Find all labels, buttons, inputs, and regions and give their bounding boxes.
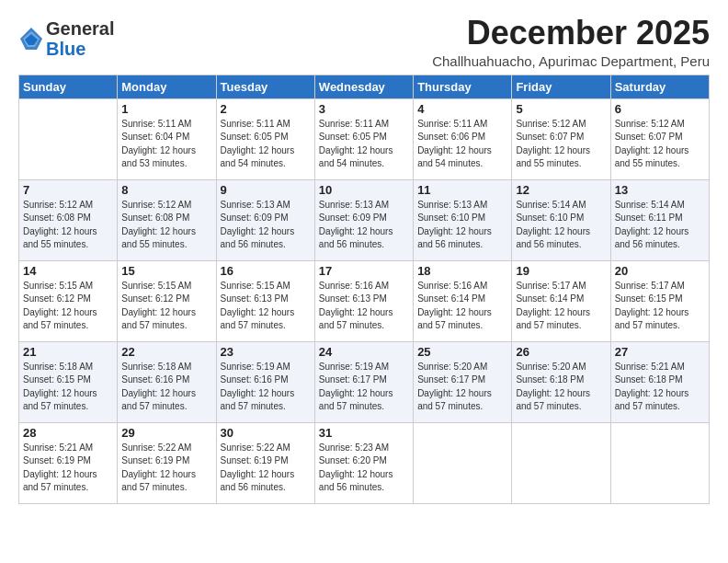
day-number: 5 (516, 102, 606, 116)
calendar-cell: 10Sunrise: 5:13 AM Sunset: 6:09 PM Dayli… (314, 179, 413, 260)
calendar-cell (512, 422, 610, 503)
day-info: Sunrise: 5:13 AM Sunset: 6:09 PM Dayligh… (319, 199, 409, 252)
weekday-header: Tuesday (216, 75, 314, 98)
day-info: Sunrise: 5:23 AM Sunset: 6:20 PM Dayligh… (319, 442, 409, 495)
day-number: 15 (121, 264, 211, 278)
day-number: 20 (615, 264, 705, 278)
calendar-cell: 11Sunrise: 5:13 AM Sunset: 6:10 PM Dayli… (414, 179, 512, 260)
day-number: 30 (221, 426, 311, 440)
day-number: 27 (615, 345, 705, 359)
day-info: Sunrise: 5:18 AM Sunset: 6:16 PM Dayligh… (121, 361, 211, 414)
calendar-cell: 28Sunrise: 5:21 AM Sunset: 6:19 PM Dayli… (19, 422, 118, 503)
day-info: Sunrise: 5:11 AM Sunset: 6:05 PM Dayligh… (319, 118, 409, 171)
day-number: 18 (417, 264, 507, 278)
calendar-week-row: 1Sunrise: 5:11 AM Sunset: 6:04 PM Daylig… (19, 98, 710, 179)
day-number: 4 (417, 102, 507, 116)
day-number: 1 (121, 102, 211, 116)
day-number: 13 (615, 183, 705, 197)
calendar-cell: 17Sunrise: 5:16 AM Sunset: 6:13 PM Dayli… (314, 260, 413, 341)
day-info: Sunrise: 5:14 AM Sunset: 6:10 PM Dayligh… (516, 199, 606, 252)
calendar-cell: 18Sunrise: 5:16 AM Sunset: 6:14 PM Dayli… (414, 260, 512, 341)
calendar-cell: 5Sunrise: 5:12 AM Sunset: 6:07 PM Daylig… (512, 98, 610, 179)
day-info: Sunrise: 5:19 AM Sunset: 6:16 PM Dayligh… (221, 361, 311, 414)
calendar-cell: 7Sunrise: 5:12 AM Sunset: 6:08 PM Daylig… (19, 179, 118, 260)
calendar-cell (414, 422, 512, 503)
calendar-cell: 15Sunrise: 5:15 AM Sunset: 6:12 PM Dayli… (118, 260, 216, 341)
day-number: 31 (319, 426, 409, 440)
day-number: 7 (23, 183, 113, 197)
day-number: 23 (221, 345, 311, 359)
day-info: Sunrise: 5:16 AM Sunset: 6:13 PM Dayligh… (319, 280, 409, 333)
calendar: SundayMondayTuesdayWednesdayThursdayFrid… (18, 75, 710, 504)
day-info: Sunrise: 5:21 AM Sunset: 6:18 PM Dayligh… (615, 361, 705, 414)
day-number: 8 (121, 183, 211, 197)
day-info: Sunrise: 5:11 AM Sunset: 6:04 PM Dayligh… (121, 118, 211, 171)
calendar-cell: 30Sunrise: 5:22 AM Sunset: 6:19 PM Dayli… (216, 422, 314, 503)
calendar-cell: 22Sunrise: 5:18 AM Sunset: 6:16 PM Dayli… (118, 341, 216, 422)
day-number: 16 (221, 264, 311, 278)
calendar-cell: 14Sunrise: 5:15 AM Sunset: 6:12 PM Dayli… (19, 260, 118, 341)
day-number: 14 (23, 264, 113, 278)
day-info: Sunrise: 5:12 AM Sunset: 6:07 PM Dayligh… (516, 118, 606, 171)
calendar-cell: 1Sunrise: 5:11 AM Sunset: 6:04 PM Daylig… (118, 98, 216, 179)
day-number: 28 (23, 426, 113, 440)
day-number: 9 (221, 183, 311, 197)
day-number: 12 (516, 183, 606, 197)
day-info: Sunrise: 5:11 AM Sunset: 6:05 PM Dayligh… (221, 118, 311, 171)
calendar-cell: 25Sunrise: 5:20 AM Sunset: 6:17 PM Dayli… (414, 341, 512, 422)
day-info: Sunrise: 5:17 AM Sunset: 6:15 PM Dayligh… (615, 280, 705, 333)
calendar-cell: 3Sunrise: 5:11 AM Sunset: 6:05 PM Daylig… (314, 98, 413, 179)
calendar-cell: 2Sunrise: 5:11 AM Sunset: 6:05 PM Daylig… (216, 98, 314, 179)
calendar-cell: 20Sunrise: 5:17 AM Sunset: 6:15 PM Dayli… (610, 260, 709, 341)
calendar-week-row: 7Sunrise: 5:12 AM Sunset: 6:08 PM Daylig… (19, 179, 710, 260)
day-info: Sunrise: 5:12 AM Sunset: 6:07 PM Dayligh… (615, 118, 705, 171)
day-number: 26 (516, 345, 606, 359)
calendar-cell: 31Sunrise: 5:23 AM Sunset: 6:20 PM Dayli… (314, 422, 413, 503)
calendar-week-row: 21Sunrise: 5:18 AM Sunset: 6:15 PM Dayli… (19, 341, 710, 422)
calendar-header-row: SundayMondayTuesdayWednesdayThursdayFrid… (19, 75, 710, 98)
day-info: Sunrise: 5:12 AM Sunset: 6:08 PM Dayligh… (121, 199, 211, 252)
day-number: 29 (121, 426, 211, 440)
day-info: Sunrise: 5:20 AM Sunset: 6:17 PM Dayligh… (417, 361, 507, 414)
day-info: Sunrise: 5:19 AM Sunset: 6:17 PM Dayligh… (319, 361, 409, 414)
calendar-cell: 24Sunrise: 5:19 AM Sunset: 6:17 PM Dayli… (314, 341, 413, 422)
weekday-header: Wednesday (314, 75, 413, 98)
day-info: Sunrise: 5:11 AM Sunset: 6:06 PM Dayligh… (417, 118, 507, 171)
month-title: December 2025 (432, 15, 710, 52)
day-info: Sunrise: 5:17 AM Sunset: 6:14 PM Dayligh… (516, 280, 606, 333)
calendar-week-row: 28Sunrise: 5:21 AM Sunset: 6:19 PM Dayli… (19, 422, 710, 503)
day-number: 17 (319, 264, 409, 278)
calendar-cell: 27Sunrise: 5:21 AM Sunset: 6:18 PM Dayli… (610, 341, 709, 422)
calendar-cell: 9Sunrise: 5:13 AM Sunset: 6:09 PM Daylig… (216, 179, 314, 260)
day-info: Sunrise: 5:16 AM Sunset: 6:14 PM Dayligh… (417, 280, 507, 333)
calendar-cell (610, 422, 709, 503)
calendar-cell: 13Sunrise: 5:14 AM Sunset: 6:11 PM Dayli… (610, 179, 709, 260)
day-number: 10 (319, 183, 409, 197)
day-number: 24 (319, 345, 409, 359)
logo: General Blue (18, 18, 114, 59)
calendar-cell: 21Sunrise: 5:18 AM Sunset: 6:15 PM Dayli… (19, 341, 118, 422)
calendar-week-row: 14Sunrise: 5:15 AM Sunset: 6:12 PM Dayli… (19, 260, 710, 341)
day-info: Sunrise: 5:22 AM Sunset: 6:19 PM Dayligh… (221, 442, 311, 495)
page: General Blue December 2025 Challhuahuach… (0, 0, 728, 513)
day-info: Sunrise: 5:15 AM Sunset: 6:12 PM Dayligh… (23, 280, 113, 333)
weekday-header: Friday (512, 75, 610, 98)
day-number: 22 (121, 345, 211, 359)
day-info: Sunrise: 5:18 AM Sunset: 6:15 PM Dayligh… (23, 361, 113, 414)
day-number: 2 (221, 102, 311, 116)
day-number: 6 (615, 102, 705, 116)
day-info: Sunrise: 5:21 AM Sunset: 6:19 PM Dayligh… (23, 442, 113, 495)
calendar-cell: 8Sunrise: 5:12 AM Sunset: 6:08 PM Daylig… (118, 179, 216, 260)
day-info: Sunrise: 5:14 AM Sunset: 6:11 PM Dayligh… (615, 199, 705, 252)
day-info: Sunrise: 5:13 AM Sunset: 6:09 PM Dayligh… (221, 199, 311, 252)
day-number: 21 (23, 345, 113, 359)
weekday-header: Saturday (610, 75, 709, 98)
day-number: 3 (319, 102, 409, 116)
calendar-cell: 6Sunrise: 5:12 AM Sunset: 6:07 PM Daylig… (610, 98, 709, 179)
day-info: Sunrise: 5:20 AM Sunset: 6:18 PM Dayligh… (516, 361, 606, 414)
calendar-cell: 12Sunrise: 5:14 AM Sunset: 6:10 PM Dayli… (512, 179, 610, 260)
calendar-cell: 29Sunrise: 5:22 AM Sunset: 6:19 PM Dayli… (118, 422, 216, 503)
subtitle: Challhuahuacho, Apurimac Department, Per… (432, 53, 710, 69)
weekday-header: Thursday (414, 75, 512, 98)
calendar-cell: 26Sunrise: 5:20 AM Sunset: 6:18 PM Dayli… (512, 341, 610, 422)
